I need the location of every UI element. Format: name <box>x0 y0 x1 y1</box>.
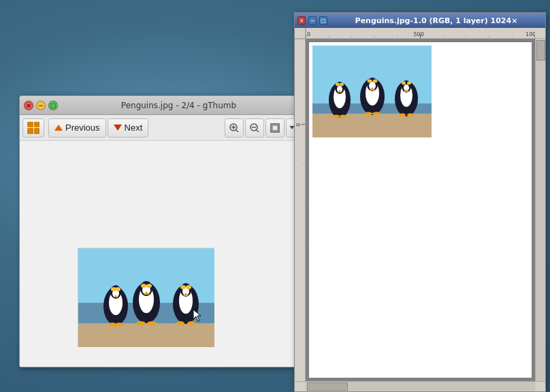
svg-point-76 <box>340 83 344 86</box>
svg-point-85 <box>368 80 372 83</box>
vertical-ruler: 0 <box>295 39 306 381</box>
svg-point-78 <box>340 115 346 118</box>
gimp-canvas-area[interactable] <box>306 39 545 381</box>
svg-point-29 <box>141 284 146 288</box>
gthumb-maximize-button[interactable]: □ <box>48 101 58 110</box>
svg-text:1000: 1000 <box>525 31 535 37</box>
svg-point-87 <box>364 112 372 116</box>
zoom-fit-button[interactable] <box>265 118 285 137</box>
grid-view-button[interactable] <box>22 118 44 137</box>
gimp-main-area: 0 <box>295 39 545 381</box>
gimp-bottom-scrollbar[interactable] <box>295 381 545 391</box>
zoom-in-icon <box>229 122 240 133</box>
gthumb-window: × − □ Penguins.jpg - 2/4 - gThumb Pre <box>19 95 302 368</box>
ruler-corner <box>295 28 306 38</box>
zoom-fit-icon <box>270 122 280 133</box>
svg-line-6 <box>257 130 259 132</box>
gthumb-titlebar: × − □ Penguins.jpg - 2/4 - gThumb <box>20 96 301 115</box>
penguin-thumbnail <box>78 248 214 346</box>
gimp-window: × − □ Penguins.jpg-1.0 (RGB, 1 layer) 10… <box>294 12 546 392</box>
zoom-out-icon <box>249 122 260 133</box>
scrollbar-left-corner <box>295 382 306 391</box>
gimp-canvas <box>309 42 532 378</box>
svg-text:0: 0 <box>295 123 302 127</box>
svg-point-39 <box>180 285 186 289</box>
gimp-maximize-button[interactable]: □ <box>319 16 327 24</box>
svg-point-40 <box>186 285 191 289</box>
gimp-close-button[interactable]: × <box>297 16 306 24</box>
gimp-top-ruler-row: 0 500 1000 <box>295 28 545 39</box>
svg-point-32 <box>147 321 157 325</box>
svg-point-95 <box>402 82 406 85</box>
penguin-image-svg <box>78 248 214 347</box>
svg-point-41 <box>176 321 184 325</box>
gthumb-minimize-button[interactable]: − <box>36 101 46 110</box>
svg-point-88 <box>372 112 381 116</box>
scrollbar-thumb[interactable] <box>536 40 545 61</box>
next-button[interactable]: Next <box>108 118 149 137</box>
svg-point-97 <box>399 114 406 117</box>
next-icon <box>114 125 122 131</box>
previous-label: Previous <box>65 122 100 133</box>
svg-point-30 <box>146 284 152 288</box>
gimp-penguin-image <box>312 46 432 137</box>
svg-point-86 <box>373 80 378 83</box>
gimp-penguin-svg <box>312 46 432 137</box>
ruler-scrollbar-corner <box>535 28 545 38</box>
next-label: Next <box>125 122 143 133</box>
svg-point-22 <box>115 323 123 327</box>
gimp-titlebar: × − □ Penguins.jpg-1.0 (RGB, 1 layer) 10… <box>295 13 545 28</box>
v-ruler-svg: 0 <box>295 39 306 381</box>
gthumb-toolbar: Previous Next <box>20 115 301 141</box>
svg-line-3 <box>236 130 238 132</box>
gimp-window-title: Penguins.jpg-1.0 (RGB, 1 layer) 1024× <box>330 16 543 25</box>
view-mode-group <box>22 118 44 137</box>
h-scrollbar-thumb[interactable] <box>307 382 348 391</box>
horizontal-ruler: 0 500 1000 <box>306 28 535 38</box>
svg-text:500: 500 <box>414 31 424 37</box>
svg-text:0: 0 <box>307 31 310 37</box>
svg-point-77 <box>333 115 340 118</box>
previous-icon <box>54 125 63 131</box>
gimp-minimize-button[interactable]: − <box>308 16 317 24</box>
scrollbar-bottom-corner <box>535 382 545 391</box>
svg-point-98 <box>407 114 414 117</box>
svg-rect-8 <box>272 125 278 131</box>
h-scrollbar-track[interactable] <box>306 382 535 391</box>
svg-point-75 <box>336 83 340 86</box>
svg-point-31 <box>136 321 146 325</box>
h-ruler-svg: 0 500 1000 <box>306 28 535 38</box>
zoom-out-button[interactable] <box>245 118 264 137</box>
gthumb-content-area <box>20 141 301 367</box>
zoom-in-button[interactable] <box>225 118 244 137</box>
grid-icon <box>27 122 39 134</box>
svg-point-96 <box>407 82 411 85</box>
gthumb-close-button[interactable]: × <box>24 101 33 110</box>
svg-point-42 <box>187 321 195 325</box>
svg-point-20 <box>115 287 120 291</box>
gthumb-window-title: Penguins.jpg - 2/4 - gThumb <box>61 101 297 110</box>
previous-button[interactable]: Previous <box>48 118 106 137</box>
gimp-scrollbar-right[interactable] <box>535 39 545 381</box>
